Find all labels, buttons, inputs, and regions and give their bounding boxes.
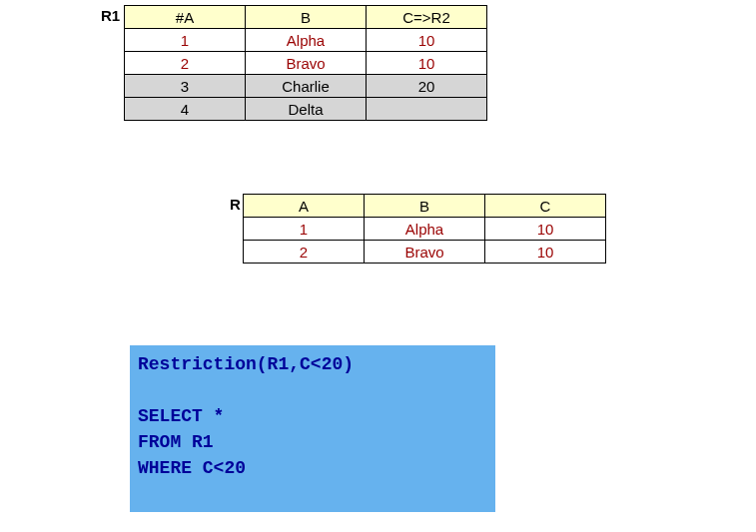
cell-c: 10 bbox=[367, 52, 487, 75]
table-row: 1 Alpha 10 bbox=[244, 218, 606, 241]
table-r-label: R bbox=[230, 196, 241, 213]
cell-b: Bravo bbox=[365, 241, 485, 264]
code-line: WHERE C<20 bbox=[138, 458, 246, 478]
code-line: Restriction(R1,C<20) bbox=[138, 354, 354, 374]
cell-c: 20 bbox=[367, 75, 487, 98]
cell-c: 10 bbox=[485, 218, 606, 241]
code-block: Restriction(R1,C<20) SELECT * FROM R1 WH… bbox=[130, 345, 495, 512]
cell-c bbox=[367, 98, 487, 121]
cell-a: 2 bbox=[125, 52, 246, 75]
cell-a: 3 bbox=[125, 75, 246, 98]
table-row: #A B C=>R2 bbox=[125, 6, 487, 29]
table-r1-label: R1 bbox=[101, 7, 120, 24]
table-row: 3 Charlie 20 bbox=[125, 75, 487, 98]
col-header-a: A bbox=[244, 195, 365, 218]
table-row: 2 Bravo 10 bbox=[125, 52, 487, 75]
table-row: A B C bbox=[244, 195, 606, 218]
col-header-c: C=>R2 bbox=[367, 6, 487, 29]
code-line: SELECT * bbox=[138, 406, 224, 426]
cell-a: 4 bbox=[125, 98, 246, 121]
cell-b: Alpha bbox=[365, 218, 485, 241]
table-row: 1 Alpha 10 bbox=[125, 29, 487, 52]
cell-a: 1 bbox=[125, 29, 246, 52]
cell-a: 1 bbox=[244, 218, 365, 241]
cell-b: Delta bbox=[246, 98, 367, 121]
col-header-c: C bbox=[485, 195, 606, 218]
col-header-a: #A bbox=[125, 6, 246, 29]
table-r: A B C 1 Alpha 10 2 Bravo 10 bbox=[243, 194, 606, 264]
col-header-b: B bbox=[246, 6, 367, 29]
cell-b: Alpha bbox=[246, 29, 367, 52]
table-row: 4 Delta bbox=[125, 98, 487, 121]
cell-c: 10 bbox=[367, 29, 487, 52]
cell-b: Bravo bbox=[246, 52, 367, 75]
col-header-b: B bbox=[365, 195, 485, 218]
cell-b: Charlie bbox=[246, 75, 367, 98]
cell-a: 2 bbox=[244, 241, 365, 264]
cell-c: 10 bbox=[485, 241, 606, 264]
table-row: 2 Bravo 10 bbox=[244, 241, 606, 264]
table-r1: #A B C=>R2 1 Alpha 10 2 Bravo 10 3 Charl… bbox=[124, 5, 487, 121]
code-line: FROM R1 bbox=[138, 432, 214, 452]
